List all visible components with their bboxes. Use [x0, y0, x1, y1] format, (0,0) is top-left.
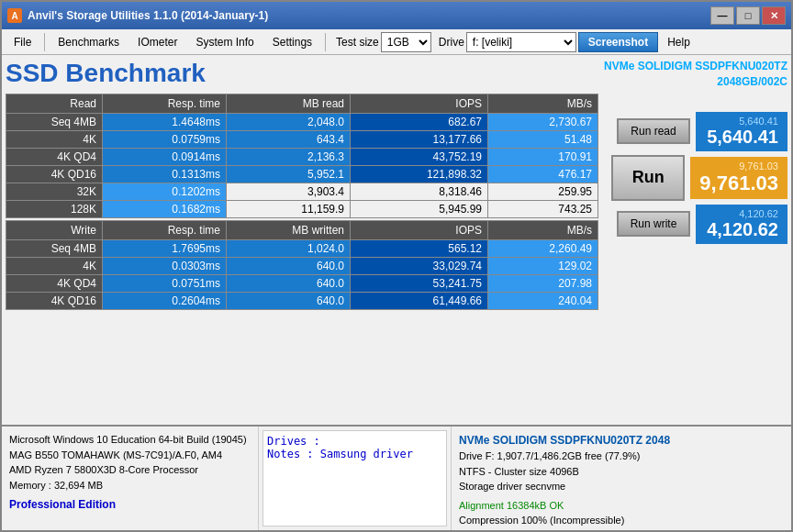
menu-benchmarks[interactable]: Benchmarks [50, 32, 128, 52]
resp-time-cell: 0.1682ms [103, 200, 227, 217]
test-size-select[interactable]: 1GB 2GB 4GB [381, 32, 431, 52]
menu-separator-1 [44, 33, 45, 51]
iops-cell: 33,029.74 [351, 257, 488, 274]
read-score-group: Run read 5,640.41 5,640.41 [604, 112, 787, 151]
col-iops-read: IOPS [351, 94, 488, 113]
table-row: 128K 0.1682ms 11,159.9 5,945.99 743.25 [6, 200, 598, 217]
col-resp-time-write: Resp. time [103, 220, 227, 239]
drive-label: Drive [439, 36, 464, 49]
total-score-big: 9,761.03 [699, 172, 778, 195]
row-label: 4K QD16 [6, 292, 103, 309]
mbs-cell: 2,730.67 [488, 113, 598, 130]
menu-settings[interactable]: Settings [264, 32, 320, 52]
sys-info-line-3: Memory : 32,694 MB [9, 478, 251, 493]
menu-system-info[interactable]: System Info [187, 32, 262, 52]
read-table: Read Resp. time MB read IOPS MB/s Seq 4M… [6, 94, 598, 218]
window-controls: — □ ✕ [710, 6, 786, 25]
table-section: Read Resp. time MB read IOPS MB/s Seq 4M… [6, 94, 598, 417]
resp-time-cell: 1.7695ms [103, 239, 227, 257]
resp-time-cell: 0.0759ms [103, 130, 227, 148]
iops-cell: 13,177.66 [351, 130, 488, 148]
mbs-cell: 743.25 [488, 200, 598, 217]
col-resp-time-read: Resp. time [103, 94, 227, 113]
mbs-cell: 51.48 [488, 130, 598, 148]
right-panel: Run read 5,640.41 5,640.41 Run 9,761.03 … [604, 94, 787, 417]
col-mbs-read: MB/s [488, 94, 598, 113]
mb-cell: 640.0 [227, 257, 351, 274]
write-table: Write Resp. time MB written IOPS MB/s Se… [6, 220, 598, 310]
drive-detail-line-0: Drive F: 1,907.7/1,486.2GB free (77.9%) [459, 449, 784, 464]
header-row: SSD Benchmark NVMe SOLIDIGM SSDPFKNU020T… [6, 59, 787, 90]
iops-cell: 61,449.66 [351, 292, 488, 309]
row-label: 4K QD16 [6, 165, 103, 183]
ssd-benchmark-title: SSD Benchmark [6, 59, 206, 88]
run-write-button[interactable]: Run write [617, 211, 690, 237]
drive-detail-title: NVMe SOLIDIGM SSDPFKNU020TZ 2048 [459, 432, 784, 449]
iops-cell: 43,752.19 [351, 148, 488, 165]
sys-info-panel: Microsoft Windows 10 Education 64-bit Bu… [2, 427, 259, 530]
close-button[interactable]: ✕ [762, 6, 786, 25]
table-row: 4K 0.0759ms 643.4 13,177.66 51.48 [6, 130, 598, 148]
row-label: Seq 4MB [6, 239, 103, 257]
sys-info-line-2: AMD Ryzen 7 5800X3D 8-Core Processor [9, 462, 251, 478]
total-score-small: 9,761.03 [699, 161, 778, 172]
table-row: Seq 4MB 1.7695ms 1,024.0 565.12 2,260.49 [6, 239, 598, 257]
main-window: A Anvil's Storage Utilities 1.1.0 (2014-… [0, 0, 793, 532]
screenshot-button[interactable]: Screenshot [578, 32, 658, 52]
mbs-cell: 129.02 [488, 257, 598, 274]
col-read: Read [6, 94, 103, 113]
row-label: 128K [6, 200, 103, 217]
iops-cell: 682.67 [351, 113, 488, 130]
write-score-box: 4,120.62 4,120.62 [696, 205, 787, 244]
table-row: 4K 0.0303ms 640.0 33,029.74 129.02 [6, 257, 598, 274]
col-iops-write: IOPS [351, 220, 488, 239]
title-bar: A Anvil's Storage Utilities 1.1.0 (2014-… [2, 2, 791, 29]
mbs-cell: 476.17 [488, 165, 598, 183]
read-score-box: 5,640.41 5,640.41 [696, 112, 787, 151]
col-mbs-write: MB/s [488, 220, 598, 239]
mbs-cell: 240.04 [488, 292, 598, 309]
table-row: 4K QD16 0.2604ms 640.0 61,449.66 240.04 [6, 292, 598, 309]
resp-time-cell: 0.0914ms [103, 148, 227, 165]
test-size-label: Test size [336, 36, 379, 49]
row-label: Seq 4MB [6, 113, 103, 130]
window-title: Anvil's Storage Utilities 1.1.0 (2014-Ja… [28, 9, 710, 22]
drive-detail-line-2: Storage driver secnvme [459, 479, 784, 494]
run-read-button[interactable]: Run read [617, 118, 690, 144]
drive-select[interactable]: f: [veliki] [466, 32, 576, 52]
col-write: Write [6, 220, 103, 239]
read-score-big: 5,640.41 [705, 127, 778, 148]
menu-separator-2 [325, 33, 326, 51]
minimize-button[interactable]: — [710, 6, 734, 25]
menu-bar: File Benchmarks IOmeter System Info Sett… [2, 29, 791, 55]
resp-time-cell: 0.1202ms [103, 183, 227, 200]
run-all-button[interactable]: Run [611, 155, 685, 201]
menu-iometer[interactable]: IOmeter [129, 32, 185, 52]
mbs-cell: 207.98 [488, 274, 598, 292]
benchmark-area: Read Resp. time MB read IOPS MB/s Seq 4M… [6, 94, 787, 417]
menu-file[interactable]: File [6, 32, 39, 52]
sys-info-line-0: Microsoft Windows 10 Education 64-bit Bu… [9, 432, 251, 448]
write-score-small: 4,120.62 [705, 208, 778, 219]
iops-cell: 8,318.46 [351, 183, 488, 200]
table-row: 4K QD4 0.0751ms 640.0 53,241.75 207.98 [6, 274, 598, 292]
resp-time-cell: 1.4648ms [103, 113, 227, 130]
maximize-button[interactable]: □ [736, 6, 760, 25]
drive-detail-line-1: NTFS - Cluster size 4096B [459, 464, 784, 480]
notes-box: Drives : Notes : Samsung driver [259, 427, 452, 530]
main-content: SSD Benchmark NVMe SOLIDIGM SSDPFKNU020T… [2, 55, 791, 421]
mb-cell: 1,024.0 [227, 239, 351, 257]
write-score-big: 4,120.62 [705, 219, 778, 240]
menu-help[interactable]: Help [660, 33, 698, 51]
row-label: 32K [6, 183, 103, 200]
professional-edition-label: Professional Edition [9, 496, 251, 513]
resp-time-cell: 0.0751ms [103, 274, 227, 292]
row-label: 4K QD4 [6, 148, 103, 165]
row-label: 4K QD4 [6, 274, 103, 292]
mb-cell: 2,048.0 [227, 113, 351, 130]
iops-cell: 5,945.99 [351, 200, 488, 217]
table-row: Seq 4MB 1.4648ms 2,048.0 682.67 2,730.67 [6, 113, 598, 130]
row-label: 4K [6, 130, 103, 148]
bottom-section: Microsoft Windows 10 Education 64-bit Bu… [2, 425, 791, 530]
notes-textarea[interactable]: Drives : Notes : Samsung driver [262, 430, 447, 526]
